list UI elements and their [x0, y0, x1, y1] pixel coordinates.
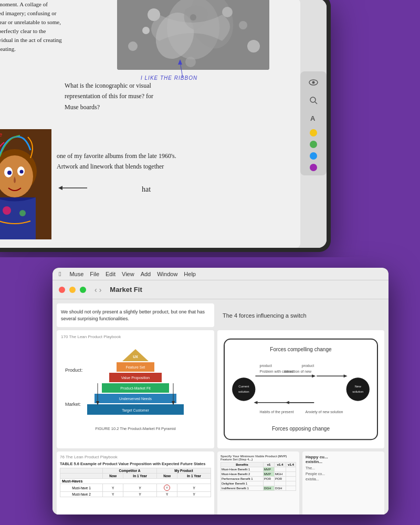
svg-text:Current: Current [238, 385, 249, 388]
svg-marker-68 [344, 374, 348, 377]
row2-comp-future: Y [123, 492, 157, 497]
svg-point-20 [20, 170, 24, 174]
mvp-col-v1a: v1.4 [275, 463, 286, 467]
green-color-dot[interactable] [310, 141, 317, 148]
middle-row: 170 The Lean Product Playbook Product: U… [57, 330, 384, 448]
apple-logo:  [59, 270, 61, 278]
love-label: love [0, 131, 2, 138]
spheres-svg [117, 0, 269, 70]
subheader-now1: Now [103, 474, 123, 479]
menu-help[interactable]: Help [184, 271, 196, 277]
col-header-competitor: Competitor A [103, 468, 157, 474]
svg-text:Value Proposition: Value Proposition [121, 376, 150, 380]
table-row: Must-have 2 Y Y Y Y [60, 492, 211, 497]
pyramid-svg: UX Feature Set Value Proposition [83, 346, 188, 420]
ipad-toolbar: A [300, 71, 327, 175]
svg-text:solution: solution [238, 390, 249, 393]
back-arrow[interactable]: ‹ [94, 286, 97, 294]
table-book-ref: 76 The Lean Product Playbook [60, 455, 211, 459]
table-row: Delighter Benefit 1 [221, 481, 296, 486]
maximize-button[interactable] [80, 287, 86, 293]
left-arrow-svg [58, 183, 90, 193]
forces-title-text: The 4 forces influencing a switch [223, 312, 307, 319]
forces-card: Forces compelling change Forces opposing… [217, 330, 384, 448]
ipad-content: I LIKE THE RIBBON the moment. A collage … [0, 0, 327, 248]
mac-window: ‹ › Market Fit We should not only presen… [52, 280, 388, 514]
row1-prod-now: Y [156, 484, 177, 492]
svg-point-5 [222, 7, 233, 17]
mvp-del-1 [263, 481, 274, 486]
svg-marker-58 [312, 374, 316, 377]
subheader-now2: Now [156, 474, 177, 479]
menu-add[interactable]: Add [141, 271, 151, 277]
mvp-row-musthave1: Must-Have Benefit 1 [221, 467, 264, 472]
product-label: Product: [65, 368, 83, 373]
mvp-perf-2: POR [275, 477, 286, 481]
menu-file[interactable]: File [90, 271, 99, 277]
abstract-spheres-image [117, 0, 269, 70]
close-button[interactable] [59, 287, 65, 293]
text-icon[interactable]: A [307, 111, 320, 125]
forces-title: The 4 forces influencing a switch [217, 303, 384, 327]
mvp-del-3 [286, 481, 296, 486]
svg-text:New: New [355, 385, 362, 388]
svg-point-7 [142, 27, 150, 34]
vinyl-svg [0, 129, 51, 239]
vinyl-album-photo [0, 129, 51, 239]
mvp-v14-1 [275, 467, 286, 472]
menu-edit[interactable]: Edit [106, 271, 116, 277]
svg-point-27 [312, 81, 315, 84]
svg-line-29 [315, 102, 317, 104]
table-row: Must-have 1 Y Y Y Y [60, 484, 211, 492]
row1-prod-future: Y [177, 484, 211, 492]
mvp-row-indiff: Indifferent Benefit 1 [221, 486, 264, 491]
mvp-col-benefits: Benefits [221, 463, 264, 467]
pyramid-card: 170 The Lean Product Playbook Product: U… [57, 330, 214, 448]
minimize-button[interactable] [69, 287, 76, 293]
svg-point-10 [185, 57, 196, 67]
menu-view[interactable]: View [122, 271, 134, 277]
mvp-ind-3 [286, 486, 296, 491]
mvp-col-v14: v1.4 [286, 463, 296, 467]
search-icon[interactable] [307, 93, 320, 107]
svg-text:product: product [259, 364, 271, 368]
middle-note: What is the iconographic or visual repre… [65, 80, 167, 112]
svg-text:Feature Set: Feature Set [126, 365, 145, 369]
left-note: the moment. A collage of mixed imagery; … [0, 0, 63, 54]
mac-section:  Muse File Edit View Add Window Help ‹ … [0, 257, 420, 525]
mvp-del-2 [275, 481, 286, 486]
forces-svg: Forces compelling change Forces opposing… [222, 334, 380, 444]
subheader-year2: In 1 Year [177, 474, 211, 479]
mac-menubar:  Muse File Edit View Add Window Help [52, 268, 388, 280]
purple-color-dot[interactable] [310, 164, 317, 171]
svg-point-19 [7, 171, 12, 175]
hat-text: hat [142, 185, 151, 194]
svg-marker-64 [254, 401, 257, 404]
menu-window[interactable]: Window [157, 271, 177, 277]
blue-color-dot[interactable] [310, 152, 317, 160]
eye-icon[interactable] [307, 76, 320, 89]
subheader-empty [60, 474, 103, 479]
mvp-perf-1: POR [263, 477, 274, 481]
svg-point-22 [3, 206, 11, 215]
svg-text:solution: solution [352, 390, 363, 393]
must-haves-header: Must-Haves [60, 479, 211, 484]
mvp-row-delight: Delighter Benefit 1 [221, 481, 264, 486]
ipad-section: I LIKE THE RIBBON the moment. A collage … [0, 0, 420, 257]
abstract-spheres-bg [117, 0, 269, 70]
happy-card-body: The...People co...existia... [306, 466, 381, 482]
menu-muse[interactable]: Muse [69, 271, 83, 277]
forward-arrow[interactable]: › [99, 286, 102, 294]
row1-comp-future: Y [123, 484, 157, 492]
quote-text: We should not only present a slightly be… [61, 309, 210, 322]
row2-comp-now: Y [103, 492, 123, 497]
bottom-note: one of my favorite albums from the late … [57, 151, 177, 172]
mac-titlebar: ‹ › Market Fit [52, 280, 388, 299]
mvp-v1-1: MVP [263, 467, 274, 472]
window-title: Market Fit [110, 286, 142, 293]
table-card: 76 The Lean Product Playbook TABLE 5.6 E… [57, 452, 214, 514]
table-row: Performance Benefit 1 POR POR [221, 477, 296, 481]
yellow-color-dot[interactable] [310, 129, 317, 136]
col-header-myproduct: My Product [156, 468, 211, 474]
row2-prod-now: Y [156, 492, 177, 497]
